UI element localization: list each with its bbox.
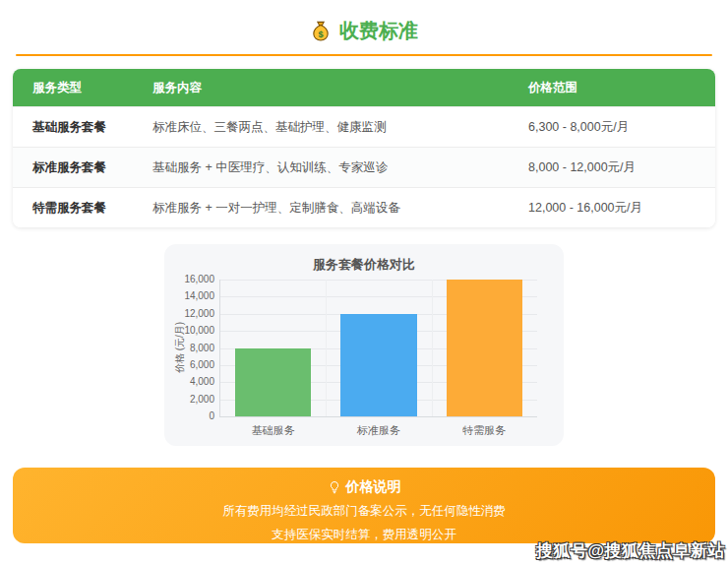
y-tick-label: 16,000 — [169, 275, 214, 284]
row-price-range: 6,300 - 8,000元/月 — [528, 119, 715, 136]
row-service-content: 基础服务 + 中医理疗、认知训练、专家巡诊 — [152, 159, 528, 176]
table-row: 基础服务套餐 标准床位、三餐两点、基础护理、健康监测 6,300 - 8,000… — [13, 106, 715, 147]
chart-bar — [447, 280, 522, 416]
chart-title: 服务套餐价格对比 — [164, 256, 564, 274]
table-row: 特需服务套餐 标准服务 + 一对一护理、定制膳食、高端设备 12,000 - 1… — [13, 187, 715, 227]
bulb-icon — [328, 480, 341, 494]
table-header-service-type: 服务类型 — [13, 80, 152, 96]
sohu-watermark: 搜狐号@搜狐焦点阜新站 — [536, 539, 725, 562]
price-comparison-chart: 服务套餐价格对比 价格 (元/月) 02,0004,0006,0008,0001… — [164, 244, 564, 446]
y-tick-label: 10,000 — [169, 326, 214, 336]
svg-text:$: $ — [318, 29, 323, 38]
x-gridline — [326, 280, 327, 416]
notice-title-row: 价格说明 — [13, 478, 715, 496]
y-tick-label: 4,000 — [169, 377, 214, 387]
price-notice: 价格说明 所有费用均经过民政部门备案公示，无任何隐性消费 支持医保实时结算，费用… — [13, 468, 715, 543]
page: $ 收费标准 服务类型 服务内容 价格范围 基础服务套餐 标准床位、三餐两点、基… — [0, 0, 728, 566]
chart-bar — [235, 348, 311, 417]
x-gridline — [432, 280, 433, 416]
table-row: 标准服务套餐 基础服务 + 中医理疗、认知训练、专家巡诊 8,000 - 12,… — [13, 147, 715, 187]
row-price-range: 8,000 - 12,000元/月 — [528, 159, 715, 176]
chart-bar — [340, 314, 416, 416]
notice-line-1: 所有费用均经过民政部门备案公示，无任何隐性消费 — [13, 503, 715, 520]
row-price-range: 12,000 - 16,000元/月 — [528, 200, 715, 217]
row-service-type: 标准服务套餐 — [13, 159, 152, 176]
row-service-content: 标准服务 + 一对一护理、定制膳食、高端设备 — [152, 200, 528, 217]
row-service-content: 标准床位、三餐两点、基础护理、健康监测 — [152, 119, 528, 136]
table-header-row: 服务类型 服务内容 价格范围 — [13, 69, 715, 106]
y-tick-label: 8,000 — [169, 344, 214, 353]
row-service-type: 特需服务套餐 — [13, 200, 152, 217]
y-tick-label: 12,000 — [169, 309, 214, 319]
table-header-service-content: 服务内容 — [152, 80, 528, 96]
table-header-price-range: 价格范围 — [528, 80, 715, 96]
title-row: $ 收费标准 — [0, 18, 728, 44]
page-title: 收费标准 — [339, 18, 418, 44]
fee-table: 服务类型 服务内容 价格范围 基础服务套餐 标准床位、三餐两点、基础护理、健康监… — [13, 69, 715, 227]
y-tick-label: 6,000 — [169, 360, 214, 370]
money-bag-icon: $ — [310, 21, 332, 42]
notice-title: 价格说明 — [346, 478, 401, 496]
header: $ 收费标准 — [0, 0, 728, 56]
x-tick-label: 基础服务 — [220, 423, 326, 438]
x-tick-label: 标准服务 — [326, 423, 431, 438]
chart-plot: 02,0004,0006,0008,00010,00012,00014,0001… — [219, 280, 537, 417]
y-tick-label: 14,000 — [169, 291, 214, 301]
x-tick-label: 特需服务 — [432, 423, 537, 438]
header-divider — [16, 54, 712, 56]
y-tick-label: 0 — [169, 411, 214, 421]
row-service-type: 基础服务套餐 — [13, 119, 152, 136]
y-tick-label: 2,000 — [169, 395, 214, 405]
